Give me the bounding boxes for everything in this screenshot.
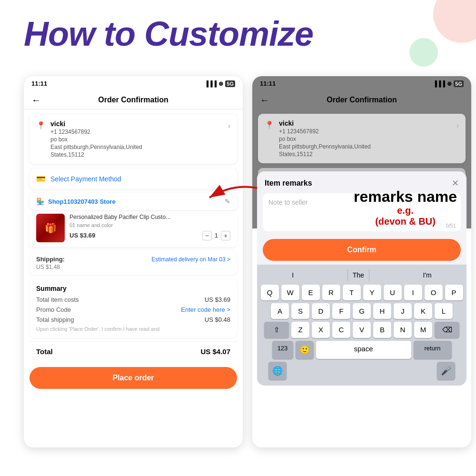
key-mic[interactable]: 🎤 [437, 362, 455, 380]
key-t[interactable]: T [343, 285, 361, 300]
qty-increase[interactable]: + [221, 231, 230, 240]
key-h[interactable]: H [373, 303, 391, 319]
key-space[interactable]: space [316, 341, 411, 359]
phone-right: 11:11 ▐▐▐ ⊛ 5G ← Order Confirmation 📍 vi… [252, 76, 471, 447]
phone-left: 11:11 ▐▐▐ ⊛ 5G ← Order Confirmation 📍 vi… [24, 76, 243, 447]
key-f[interactable]: F [332, 303, 350, 319]
product-image-inner: 🎁 [36, 214, 65, 242]
summary-title: Summary [36, 285, 230, 292]
remarks-title: Item remarks [265, 179, 312, 188]
shipping-total-value: US $0.48 [205, 316, 230, 323]
keyboard-row-1: Q W E R T Y U I O P [259, 285, 465, 300]
bg-circle-green [409, 38, 438, 67]
suggestion-i[interactable]: I [287, 269, 298, 281]
product-price: US $3.69 [69, 232, 95, 239]
promo-label: Promo Code [36, 306, 71, 313]
product-details: Personalized Baby Pacifier Clip Custo...… [69, 214, 230, 240]
summary-note: Upon clicking 'Place Order', I confirm I… [36, 326, 230, 332]
key-v[interactable]: V [353, 322, 371, 338]
key-q[interactable]: Q [261, 285, 279, 300]
key-w[interactable]: W [281, 285, 299, 300]
total-value: US $4.07 [200, 347, 230, 356]
key-m[interactable]: M [414, 322, 432, 338]
key-numbers[interactable]: 123 [272, 341, 293, 359]
key-return[interactable]: return [414, 341, 452, 359]
key-emoji[interactable]: 🙂 [296, 341, 314, 359]
status-icons-right: ▐▐▐ ⊛ 5G [433, 80, 464, 87]
confirm-button[interactable]: Confirm [263, 239, 461, 261]
status-bar-right: 11:11 ▐▐▐ ⊛ 5G [252, 76, 471, 91]
back-arrow-left[interactable]: ← [31, 95, 41, 106]
red-arrow [205, 178, 262, 209]
address-content: vicki +1 1234567892 po box East pittsbur… [50, 120, 223, 158]
network-icon: 5G [225, 80, 235, 87]
signal-icon-right: ▐▐▐ [433, 80, 446, 87]
key-g[interactable]: G [353, 303, 371, 319]
key-p[interactable]: P [445, 285, 463, 300]
location-icon-right: 📍 [265, 120, 274, 129]
key-l[interactable]: L [435, 303, 453, 319]
status-bar-left: 11:11 ▐▐▐ ⊛ 5G [24, 76, 243, 91]
product-price-row: US $3.69 − 1 + [69, 231, 230, 240]
annotation-eg: e.g. [354, 205, 457, 216]
suggestion-im[interactable]: I'm [418, 269, 436, 281]
back-arrow-right[interactable]: ← [260, 95, 269, 106]
key-s[interactable]: S [291, 303, 309, 319]
qty-control: − 1 + [202, 231, 230, 240]
suggestion-the[interactable]: The [347, 269, 369, 281]
product-image: 🎁 [36, 214, 65, 242]
payment-label: Select Payment Method [50, 175, 121, 183]
address-content-right: vicki +1 1234567892 po box East pittsbur… [279, 119, 452, 158]
key-j[interactable]: J [394, 303, 412, 319]
phone-header-left: ← Order Confirmation [24, 91, 243, 109]
address-phone: +1 1234567892 [50, 129, 223, 135]
address-city: East pittsburgh,Pennsylvania,United [50, 144, 223, 150]
summary-item-costs: Total item costs US $3.69 [36, 296, 230, 303]
keyboard-row-5: 🌐 🎤 [259, 362, 465, 380]
place-order-button[interactable]: Place order [30, 367, 237, 389]
key-d[interactable]: D [312, 303, 330, 319]
key-o[interactable]: O [425, 285, 443, 300]
network-icon-right: 5G [454, 80, 464, 87]
key-u[interactable]: U [384, 285, 402, 300]
location-icon: 📍 [36, 121, 46, 130]
key-backspace[interactable]: ⌫ [435, 322, 459, 338]
key-x[interactable]: X [312, 322, 330, 338]
annotation-overlay: remarks name e.g. (devon & BU) [354, 188, 457, 227]
key-k[interactable]: K [414, 303, 432, 319]
summary-promo[interactable]: Promo Code Enter code here > [36, 306, 230, 313]
key-i[interactable]: I [404, 285, 422, 300]
address-pobox-right: po box [279, 136, 452, 142]
key-r[interactable]: R [322, 285, 340, 300]
shipping-top: Shipping: Estimated delivery on Mar 03 > [36, 256, 230, 263]
summary-card: Summary Total item costs US $3.69 Promo … [30, 279, 237, 337]
wifi-icon-right: ⊛ [447, 80, 452, 87]
keyboard-suggestions: I The I'm [259, 268, 465, 285]
spacer [314, 362, 409, 380]
promo-value: Enter code here > [181, 306, 230, 313]
summary-item-label: Total item costs [36, 296, 79, 303]
total-bar: Total US $4.07 [30, 341, 237, 361]
key-e[interactable]: E [302, 285, 320, 300]
key-globe[interactable]: 🌐 [268, 362, 287, 380]
address-city-right: East pittsburgh,Pennsylvania,United [279, 143, 452, 150]
key-y[interactable]: Y [363, 285, 381, 300]
address-card-right: 📍 vicki +1 1234567892 po box East pittsb… [258, 114, 466, 163]
qty-decrease[interactable]: − [202, 231, 212, 240]
key-shift[interactable]: ⇧ [264, 322, 289, 338]
address-card[interactable]: 📍 vicki +1 1234567892 po box East pittsb… [30, 114, 237, 164]
keyboard: I The I'm Q W E R T Y U I O P A S D [257, 265, 466, 386]
remarks-input-container: Note to seller 0/51 remarks name e.g. (d… [257, 193, 466, 231]
key-n[interactable]: N [394, 322, 412, 338]
key-z[interactable]: Z [291, 322, 309, 338]
remarks-close-button[interactable]: ✕ [452, 178, 459, 188]
key-b[interactable]: B [373, 322, 391, 338]
keyboard-row-4: 123 🙂 space return [259, 341, 465, 359]
address-name: vicki [50, 120, 223, 128]
key-a[interactable]: A [271, 303, 289, 319]
address-pobox: po box [50, 136, 223, 143]
key-c[interactable]: C [332, 322, 350, 338]
signal-icon: ▐▐▐ [205, 80, 217, 87]
header-title-left: Order Confirmation [98, 96, 169, 104]
store-name: Shop1103207403 Store [48, 198, 221, 205]
